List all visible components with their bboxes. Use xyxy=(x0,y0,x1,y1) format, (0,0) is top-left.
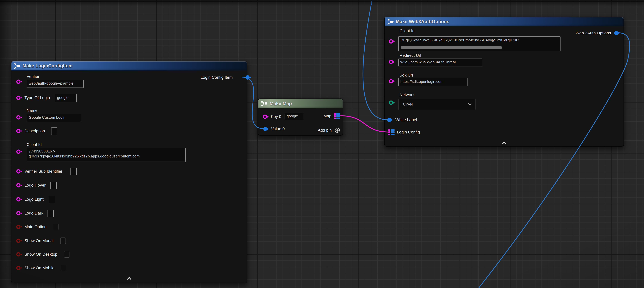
string-pin[interactable] xyxy=(16,95,22,101)
pin-label: White Label xyxy=(396,118,417,122)
make-struct-icon xyxy=(387,18,394,25)
struct-input-pin[interactable] xyxy=(263,126,269,132)
bool-pin[interactable] xyxy=(16,265,22,271)
pin-label: Type Of Login xyxy=(24,95,50,100)
string-pin[interactable] xyxy=(16,128,22,134)
add-pin-label[interactable]: Add pin xyxy=(318,128,332,133)
logo-dark-input[interactable] xyxy=(48,210,54,217)
client-id-line2: q463s7kpvja16l4l0kko3nb925ikds2p.apps.go… xyxy=(29,154,184,159)
verifier-input[interactable]: web3auth-google-example xyxy=(26,80,84,88)
pin-label: Login Config xyxy=(397,130,420,134)
hscrollbar-thumb[interactable] xyxy=(401,46,502,49)
node-title: Make Map xyxy=(270,101,292,106)
string-pin[interactable] xyxy=(16,114,22,121)
description-input[interactable] xyxy=(51,127,57,135)
pin-label: Client Id xyxy=(400,29,414,33)
struct-output-pin[interactable] xyxy=(245,74,251,81)
node-header[interactable]: Make Map xyxy=(258,99,342,108)
output-pin-label: Web 3Auth Options xyxy=(576,31,611,36)
key0-input[interactable]: google xyxy=(284,113,303,120)
node-make-web3authoptions[interactable]: Make Web3AuthOptions Web 3Auth Options C… xyxy=(384,17,624,146)
sdk-url-input[interactable]: https://sdk.openlogin.com xyxy=(398,78,468,86)
show-on-modal-checkbox[interactable] xyxy=(60,237,66,244)
pin-label: Logo Light xyxy=(24,197,44,202)
map-input-pin[interactable] xyxy=(388,129,395,135)
string-pin[interactable] xyxy=(16,210,22,216)
client-id-line1: 774338308167- xyxy=(29,149,184,154)
string-pin[interactable] xyxy=(388,38,395,45)
type-of-login-input[interactable]: google xyxy=(55,94,76,102)
show-on-desktop-checkbox[interactable] xyxy=(64,251,70,257)
struct-input-pin[interactable] xyxy=(386,117,393,123)
struct-output-pin[interactable] xyxy=(614,30,620,36)
logo-hover-input[interactable] xyxy=(50,182,56,189)
node-header[interactable]: Make LoginConfigItem xyxy=(12,61,247,70)
node-title: Make LoginConfigItem xyxy=(22,63,72,69)
node-title: Make Web3AuthOptions xyxy=(396,19,449,24)
pin-label: Main Option xyxy=(24,224,46,229)
pin-label: Logo Hover xyxy=(24,183,46,188)
add-pin-icon[interactable] xyxy=(334,127,340,133)
main-option-checkbox[interactable] xyxy=(53,224,58,230)
pin-label: Show On Desktop xyxy=(24,252,58,257)
verifier-sub-identifier-input[interactable] xyxy=(70,168,76,175)
string-pin[interactable] xyxy=(16,168,22,175)
logo-light-input[interactable] xyxy=(49,196,55,203)
enum-pin[interactable] xyxy=(388,99,395,106)
show-on-mobile-checkbox[interactable] xyxy=(61,265,66,271)
wire-map-to-loginconfig[interactable] xyxy=(341,116,388,132)
network-dropdown-value: CYAN xyxy=(403,102,413,106)
name-input[interactable]: Google Custom Login xyxy=(26,114,81,122)
network-dropdown[interactable]: CYAN xyxy=(398,99,476,110)
pin-label: Description xyxy=(24,129,45,133)
node-make-map[interactable]: Make Map Key 0 google Map Value 0 Add pi… xyxy=(258,99,343,136)
pin-label: Network xyxy=(400,93,414,97)
bool-pin[interactable] xyxy=(16,237,22,244)
pin-label: Redirect Url xyxy=(400,53,421,58)
chevron-down-icon xyxy=(468,103,472,105)
make-map-icon xyxy=(260,100,268,107)
collapse-node-button[interactable] xyxy=(501,141,508,145)
collapse-node-button[interactable] xyxy=(126,276,132,280)
output-pin-label: Map xyxy=(324,114,331,118)
pin-label: Show On Mobile xyxy=(24,266,54,270)
client-id-text: BEglQSgt4cUWcj6SKRdu5QkOXTsePmMcusG5EAoy… xyxy=(401,38,519,42)
string-pin[interactable] xyxy=(16,148,22,155)
string-pin[interactable] xyxy=(262,113,269,120)
bool-pin[interactable] xyxy=(16,251,22,257)
pin-label: Sdk Url xyxy=(400,73,413,78)
string-pin[interactable] xyxy=(16,182,22,188)
map-output-pin[interactable] xyxy=(334,113,340,119)
redirect-url-input[interactable]: w3a://com.w3a.Web3AuthUnreal xyxy=(398,59,482,67)
pin-label: Value 0 xyxy=(271,127,285,131)
string-pin[interactable] xyxy=(16,196,22,202)
pin-label: Name xyxy=(26,108,38,113)
string-pin[interactable] xyxy=(388,78,395,84)
node-header[interactable]: Make Web3AuthOptions xyxy=(385,17,624,26)
bool-pin[interactable] xyxy=(16,224,22,230)
pin-label: Client Id xyxy=(26,142,42,147)
pin-label: Key 0 xyxy=(271,114,281,119)
client-id-input[interactable]: BEglQSgt4cUWcj6SKRdu5QkOXTsePmMcusG5EAoy… xyxy=(398,37,560,51)
output-pin-label: Login Config Item xyxy=(201,75,233,80)
make-struct-icon xyxy=(14,63,20,69)
client-id-input[interactable]: 774338308167- q463s7kpvja16l4l0kko3nb925… xyxy=(26,148,186,162)
blueprint-graph-canvas[interactable]: Make LoginConfigItem Login Config Item V… xyxy=(0,0,644,288)
string-pin[interactable] xyxy=(16,78,22,85)
pin-label: Verifier Sub Identifier xyxy=(24,169,62,174)
pin-label: Logo Dark xyxy=(24,211,43,215)
pin-label: Verifier xyxy=(26,74,39,79)
pin-label: Show On Modal xyxy=(24,238,54,243)
node-make-loginconfigitem[interactable]: Make LoginConfigItem Login Config Item V… xyxy=(11,61,247,283)
string-pin[interactable] xyxy=(388,59,395,65)
wire-offscreen-to-whitelabel[interactable] xyxy=(363,0,387,120)
